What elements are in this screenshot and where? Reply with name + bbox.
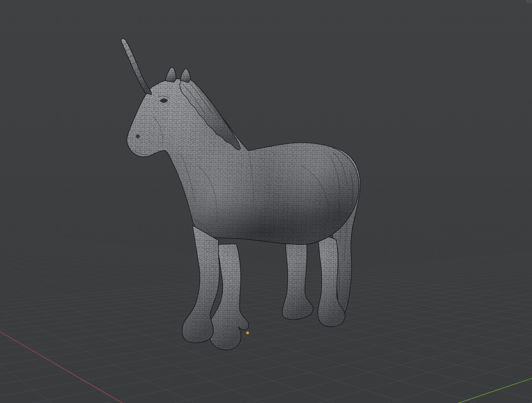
unicorn-model[interactable] [121,39,371,350]
3d-viewport[interactable] [0,0,532,403]
unicorn-part-ear-near [165,67,176,82]
grid-line [0,205,207,403]
grid-line [488,205,532,403]
x-axis-line [0,205,207,403]
unicorn-part-horn [121,39,152,95]
viewport-corner-widget[interactable] [526,0,532,3]
grid-line [0,205,119,403]
mane-shade [170,67,248,159]
object-origin-marker [246,332,249,334]
grid-line [400,205,532,403]
viewport-canvas[interactable] [0,0,532,403]
